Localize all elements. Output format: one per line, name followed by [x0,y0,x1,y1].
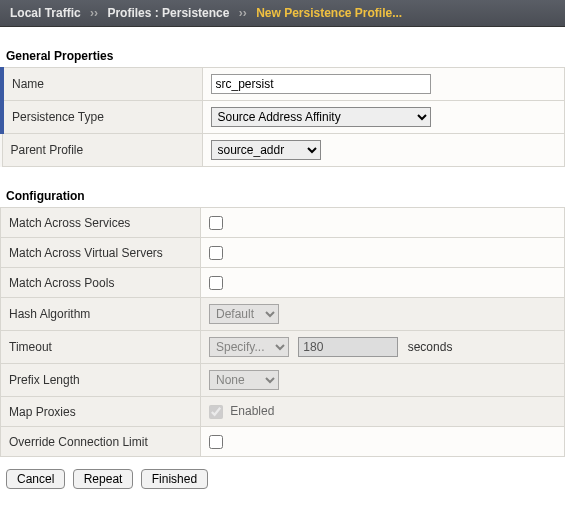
repeat-button[interactable]: Repeat [73,469,134,489]
breadcrumb-local-traffic[interactable]: Local Traffic [10,6,81,20]
parent-profile-select[interactable]: source_addr [211,140,321,160]
chevron-icon: ›› [90,6,98,20]
match-virtual-label: Match Across Virtual Servers [1,238,201,268]
map-proxies-enabled-text: Enabled [230,404,274,418]
parent-profile-label: Parent Profile [2,134,202,167]
persistence-type-select[interactable]: Source Address Affinity [211,107,431,127]
breadcrumb-profiles-persistence[interactable]: Profiles : Persistence [107,6,229,20]
breadcrumb: Local Traffic ›› Profiles : Persistence … [0,0,565,27]
timeout-value-input [298,337,398,357]
match-pools-label: Match Across Pools [1,268,201,298]
override-connection-label: Override Connection Limit [1,427,201,457]
map-proxies-checkbox [209,405,223,419]
general-properties-table: Name Persistence Type Source Address Aff… [0,67,565,167]
button-row: Cancel Repeat Finished [6,469,559,489]
cancel-button[interactable]: Cancel [6,469,65,489]
name-label: Name [2,68,202,101]
match-pools-checkbox[interactable] [209,276,223,290]
timeout-suffix: seconds [408,340,453,354]
configuration-table: Match Across Services Match Across Virtu… [0,207,565,457]
map-proxies-label: Map Proxies [1,397,201,427]
chevron-icon: ›› [239,6,247,20]
section-general-title: General Properties [6,49,565,63]
finished-button[interactable]: Finished [141,469,208,489]
match-virtual-checkbox[interactable] [209,246,223,260]
prefix-length-select: None [209,370,279,390]
section-config-title: Configuration [6,189,565,203]
prefix-length-label: Prefix Length [1,364,201,397]
hash-algorithm-select: Default [209,304,279,324]
match-services-checkbox[interactable] [209,216,223,230]
breadcrumb-current: New Persistence Profile... [256,6,402,20]
match-services-label: Match Across Services [1,208,201,238]
persistence-type-label: Persistence Type [2,101,202,134]
hash-algorithm-label: Hash Algorithm [1,298,201,331]
timeout-mode-select: Specify... [209,337,289,357]
override-connection-checkbox[interactable] [209,435,223,449]
name-input[interactable] [211,74,431,94]
timeout-label: Timeout [1,331,201,364]
